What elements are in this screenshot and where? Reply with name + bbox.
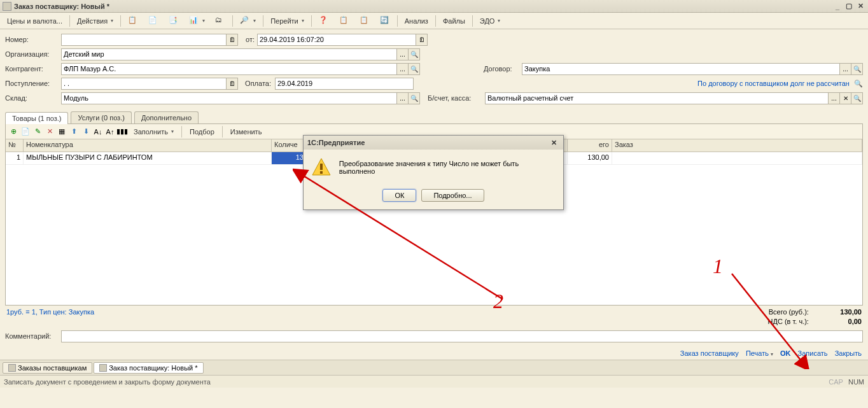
- org-search-icon[interactable]: 🔍: [409, 48, 420, 60]
- from-label: от:: [238, 36, 257, 43]
- copy-icon[interactable]: 📄: [20, 127, 31, 137]
- toolbar-icon-7[interactable]: 📋: [335, 14, 354, 28]
- number-picker[interactable]: 🗓: [227, 34, 238, 46]
- window-title: Заказ поставщику: Новый *: [14, 3, 831, 10]
- comment-input[interactable]: [61, 330, 863, 342]
- cell-nom: МЫЛЬНЫЕ ПУЗЫРИ С ЛАБИРИНТОМ: [24, 152, 272, 164]
- order-link[interactable]: Заказ поставщику: [680, 349, 739, 357]
- barcode-icon[interactable]: ▮▮▮: [117, 127, 127, 137]
- toolbar-icon-9[interactable]: 🔄: [375, 14, 395, 28]
- payment-input[interactable]: 29.04.2019: [275, 78, 414, 90]
- dialog-titlebar[interactable]: 1С:Предприятие ✕: [304, 136, 563, 150]
- col-number[interactable]: №: [6, 139, 24, 151]
- wintab-doc[interactable]: Заказ поставщику: Новый *: [94, 362, 203, 374]
- analysis-button[interactable]: Анализ: [400, 15, 433, 27]
- dialog-close-icon[interactable]: ✕: [548, 137, 559, 148]
- cell-qty[interactable]: 13: [272, 152, 307, 164]
- sort-asc-icon[interactable]: A↓: [93, 127, 103, 137]
- warehouse-search-icon[interactable]: 🔍: [409, 92, 420, 104]
- contr-input[interactable]: ФЛП Мазур А.С.: [61, 63, 397, 75]
- tab-goods[interactable]: Товары (1 поз.): [5, 112, 68, 124]
- toolbar-icon-2[interactable]: 📄: [144, 14, 163, 28]
- tab-services[interactable]: Услуги (0 поз.): [71, 111, 131, 123]
- doc-icon: [3, 2, 11, 11]
- maximize-button[interactable]: ▢: [844, 2, 854, 11]
- price-type-link[interactable]: 1руб. = 1, Тип цен: Закупка: [6, 308, 94, 316]
- spreadsheet-icon[interactable]: ▦: [57, 127, 67, 137]
- account-clear[interactable]: ✕: [840, 92, 851, 104]
- receipt-input[interactable]: . .: [61, 78, 227, 90]
- org-select[interactable]: ...: [397, 48, 409, 60]
- warehouse-input[interactable]: Модуль: [61, 92, 397, 104]
- ok-button[interactable]: OK: [780, 349, 791, 357]
- help-icon[interactable]: ❓: [314, 14, 333, 28]
- toolbar-icon-8[interactable]: 📋: [355, 14, 374, 28]
- goto-menu[interactable]: Перейти: [266, 15, 309, 27]
- delete-icon[interactable]: ✕: [45, 127, 55, 137]
- number-input[interactable]: [61, 34, 227, 46]
- total-label: Всего (руб.):: [769, 308, 809, 316]
- sort-desc-icon[interactable]: A↑: [105, 127, 115, 137]
- actions-menu[interactable]: Действия: [73, 15, 118, 27]
- add-icon[interactable]: ⊕: [8, 127, 18, 137]
- warehouse-label: Склад:: [5, 94, 61, 102]
- close-button[interactable]: ✕: [855, 2, 865, 11]
- print-button[interactable]: Печать: [746, 349, 773, 357]
- date-picker[interactable]: 🗓: [416, 34, 428, 46]
- close-form-button[interactable]: Закрыть: [835, 349, 862, 357]
- cap-indicator: CAP: [829, 378, 843, 386]
- account-input[interactable]: Валютный расчетный счет: [485, 92, 829, 104]
- fill-button[interactable]: Заполнить: [129, 126, 178, 137]
- up-icon[interactable]: ⬆: [69, 127, 79, 137]
- toolbar-icon-3[interactable]: 📑: [164, 14, 183, 28]
- tab-extra[interactable]: Дополнительно: [134, 111, 199, 123]
- contract-label: Договор:: [484, 65, 522, 73]
- vat-value: 0,00: [811, 318, 862, 325]
- prices-button[interactable]: Цены и валюта...: [3, 15, 67, 27]
- edo-menu[interactable]: ЭДО: [475, 15, 505, 27]
- minimize-button[interactable]: _: [832, 2, 843, 11]
- toolbar-icon-4[interactable]: 📊: [185, 14, 209, 28]
- summary: 1руб. = 1, Тип цен: Закупка Всего (руб.)…: [0, 306, 868, 330]
- files-button[interactable]: Файлы: [438, 15, 470, 27]
- statusbar: Записать документ с проведением и закрыт…: [0, 375, 868, 388]
- col-qty[interactable]: Количе: [272, 139, 307, 151]
- edit-icon[interactable]: ✎: [32, 127, 43, 137]
- date-input[interactable]: 29.04.2019 16:07:20: [257, 34, 416, 46]
- account-label: Б/счет, касса:: [428, 94, 485, 102]
- org-input[interactable]: Детский мир: [61, 48, 397, 60]
- bottom-buttons: Заказ поставщику Печать OK Записать Закр…: [0, 347, 868, 360]
- receipt-picker[interactable]: 🗓: [227, 78, 238, 90]
- wintab-list[interactable]: Заказы поставщикам: [3, 362, 92, 374]
- col-nomenclature[interactable]: Номенклатура: [24, 139, 272, 151]
- col-order[interactable]: Заказ: [612, 139, 862, 151]
- contract-select[interactable]: ...: [840, 63, 851, 75]
- warehouse-select[interactable]: ...: [397, 92, 409, 104]
- account-select[interactable]: ...: [829, 92, 840, 104]
- debt-link[interactable]: По договору с поставщиком долг не рассчи…: [697, 80, 850, 87]
- account-search-icon[interactable]: 🔍: [851, 92, 863, 104]
- contract-search-icon[interactable]: 🔍: [851, 63, 863, 75]
- contr-select[interactable]: ...: [397, 63, 409, 75]
- cell-price: 130,00: [568, 152, 612, 164]
- dialog-details-button[interactable]: Подробно...: [421, 189, 484, 202]
- save-button[interactable]: Записать: [798, 349, 828, 357]
- contract-input[interactable]: Закупка: [522, 63, 840, 75]
- toolbar-icon-5[interactable]: 🗂: [211, 14, 230, 28]
- svg-rect-1: [320, 171, 323, 174]
- main-toolbar: Цены и валюта... Действия 📋 📄 📑 📊 🗂 🔎 Пе…: [0, 13, 868, 29]
- toolbar-icon-1[interactable]: 📋: [123, 14, 143, 28]
- window-tabs: Заказы поставщикам Заказ поставщику: Нов…: [0, 360, 868, 375]
- dialog-message: Преобразование значения к типу Число не …: [339, 160, 556, 175]
- down-icon[interactable]: ⬇: [81, 127, 91, 137]
- dialog-ok-button[interactable]: ОК: [382, 189, 416, 202]
- col-price[interactable]: его: [568, 139, 612, 151]
- svg-rect-0: [320, 164, 323, 170]
- select-button[interactable]: Подбор: [185, 126, 219, 137]
- change-button[interactable]: Изменить: [226, 126, 267, 137]
- cell-order: [612, 152, 862, 164]
- titlebar: Заказ поставщику: Новый * _ ▢ ✕: [0, 0, 868, 13]
- payment-label: Оплата:: [238, 80, 275, 87]
- toolbar-icon-6[interactable]: 🔎: [235, 14, 260, 28]
- contr-search-icon[interactable]: 🔍: [409, 63, 420, 75]
